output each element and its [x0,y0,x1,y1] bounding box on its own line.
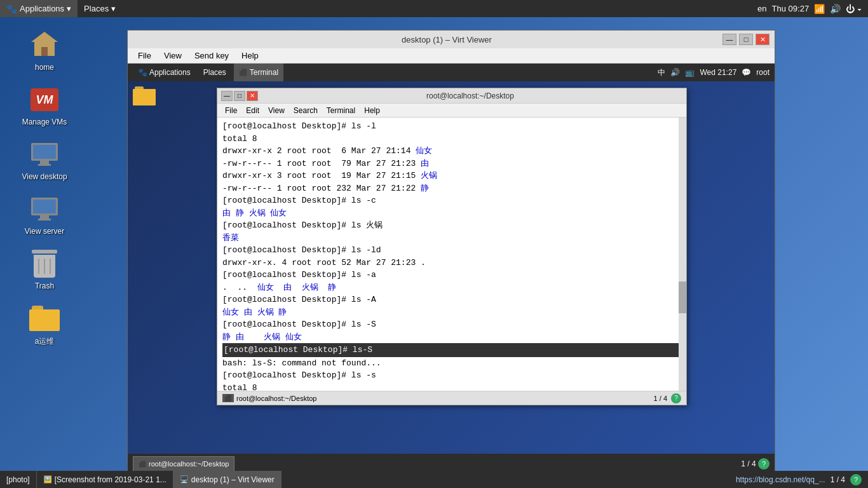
vm-taskitem-icon: ⬛ [139,461,146,468]
term-line-2: total 8 [222,133,681,146]
monitor-shape-1 [31,143,58,166]
virt-menu-view[interactable]: View [159,48,187,64]
view-desktop-icon [29,139,60,170]
term-line-15: [root@localhost Desktop]# ls -A [222,294,681,306]
terminal-menu-edit[interactable]: Edit [242,104,263,118]
host-task-screenshot[interactable]: 🖼️ [Screenshot from 2019-03-21 1... [37,471,173,488]
virt-viewer-titlebar: desktop (1) – Virt Viewer — □ ✕ [128,30,775,48]
vm-page-help[interactable]: ? [758,458,770,470]
terminal-menu-search[interactable]: Search [290,104,322,118]
folder-shape [29,306,60,331]
vm-bottom-left: ⬛ root@localhost:~/Desktop [133,456,234,471]
terminal-help-btn[interactable]: ? [671,393,681,403]
home-icon [29,30,60,60]
terminal-menu-view[interactable]: View [264,104,288,118]
vm-taskitem-terminal[interactable]: ⬛ root@localhost:~/Desktop [133,456,234,471]
term-line-10: 香菜 [222,232,681,245]
vm-applications-menu[interactable]: 🐾 Applications [133,64,196,81]
desktop-icon-a-yunwei[interactable]: a运维 [19,303,70,347]
screenshot-icon: 🖼️ [43,475,52,484]
terminal-body[interactable]: [root@localhost Desktop]# ls -l total 8 … [217,118,686,391]
vm-folder-body [133,89,156,105]
vm-applications-label: Applications [149,68,191,77]
virt-task-label: desktop (1) – Virt Viewer [191,475,275,484]
term-line-18: 静 由 火锅 仙女 [222,331,681,344]
trash-line-3 [50,259,51,274]
vm-chat-icon: 💬 [742,68,751,77]
terminal-controls: — □ ✕ [221,91,258,101]
term-line-9: [root@localhost Desktop]# ls 火锅 [222,219,681,232]
terminal-title: root@localhost:~/Desktop [258,92,682,100]
vm-page-indicator: 1 / 4 [741,459,756,468]
terminal-titlebar: — □ ✕ root@localhost:~/Desktop [217,88,686,104]
vm-places-menu[interactable]: Places [198,64,231,81]
virt-menu-help[interactable]: Help [236,48,264,64]
host-bottombar: [photo] 🖼️ [Screenshot from 2019-03-21 1… [0,471,868,488]
terminal-task-icon: ⬛ [222,394,234,402]
terminal-scroll-thumb[interactable] [679,281,686,313]
host-help-btn[interactable]: ? [850,474,862,485]
photo-task-label: [photo] [6,475,30,484]
host-page: 1 / 4 [831,475,845,484]
view-desktop-label: View desktop [22,172,67,181]
desktop-icon-manage-vms[interactable]: VM Manage VMs [19,85,70,126]
applications-label: Applications [20,4,64,13]
vm-lang: 中 [658,67,665,78]
virt-minimize-button[interactable]: — [722,34,736,45]
terminal-menu-file[interactable]: File [221,104,241,118]
vm-terminal-menu[interactable]: ⬛ Terminal [234,64,283,81]
term-line-16: 仙女 由 火锅 静 [222,306,681,319]
host-task-virt-viewer[interactable]: 🖥️ desktop (1) – Virt Viewer [173,471,281,488]
trash-icon [29,248,60,279]
desktop-icon-view-server[interactable]: View server [19,194,70,236]
terminal-scrollbar[interactable] [679,118,686,391]
applications-arrow: ▾ [67,4,71,13]
term-line-12: drwxr-xr-x. 4 root root 52 Mar 27 21:23 … [222,257,681,269]
term-line-3: drwxr-xr-x 2 root root 6 Mar 27 21:14 仙女 [222,145,681,158]
virt-menu-sendkey[interactable]: Send key [189,48,234,64]
trash-line-1 [38,259,39,274]
applications-menu[interactable]: 🐾 Applications ▾ [0,0,78,17]
terminal-minimize-btn[interactable]: — [221,91,233,101]
monitor-shape-2 [31,198,58,220]
desktop-icon-trash[interactable]: Trash [19,248,70,290]
host-bottom-left: [photo] 🖼️ [Screenshot from 2019-03-21 1… [0,471,281,488]
vm-folder-icon[interactable] [133,86,156,107]
terminal-maximize-btn[interactable]: □ [234,91,245,101]
desktop-icon-view-desktop[interactable]: View desktop [19,139,70,181]
lang-indicator[interactable]: en [757,4,766,13]
terminal-status-left: ⬛ root@localhost:~/Desktop [222,394,316,402]
home-icon-label: home [35,63,54,72]
virt-close-button[interactable]: ✕ [756,34,770,45]
manage-vms-icon: VM [29,85,60,115]
view-server-label: View server [25,227,64,236]
folder-body [29,309,60,331]
terminal-menu-terminal[interactable]: Terminal [323,104,359,118]
term-line-6: -rw-r--r-- 1 root root 232 Mar 27 21:22 … [222,182,681,195]
terminal-close-btn[interactable]: ✕ [247,91,258,101]
term-line-20: bash: ls-S: command not found... [222,357,681,370]
terminal-window: — □ ✕ root@localhost:~/Desktop File Edit… [217,88,687,405]
host-bottom-right: https://blog.csdn.net/qq_... 1 / 4 ? [736,474,868,485]
term-line-14: . .. 仙女 由 火锅 静 [222,281,681,294]
power-icon[interactable]: ⏻ ▾ [846,4,862,14]
virt-menu-file[interactable]: File [133,48,156,64]
sound-icon: 🔊 [830,4,841,14]
places-menu[interactable]: Places ▾ [78,0,122,17]
terminal-menu-help[interactable]: Help [360,104,384,118]
term-line-22: total 8 [222,382,681,391]
desktop-icon-home[interactable]: home [19,30,70,72]
virt-viewer-menubar: File View Send key Help [128,48,775,64]
virt-maximize-button[interactable]: □ [739,34,753,45]
vm-sound-icon: 🔊 [670,68,680,77]
terminal-statusbar: ⬛ root@localhost:~/Desktop 1 / 4 ? [217,391,686,405]
places-label: Places [84,4,109,13]
house-roof [31,32,58,42]
vm-places-label: Places [203,68,226,77]
monitor-screen-1 [31,143,58,161]
term-line-19-highlight: [root@localhost Desktop]# ls-S [222,343,681,357]
house-body [34,42,55,56]
host-task-photo[interactable]: [photo] [0,471,37,488]
monitor-screen-2 [31,198,58,215]
trash-label: Trash [35,281,54,290]
